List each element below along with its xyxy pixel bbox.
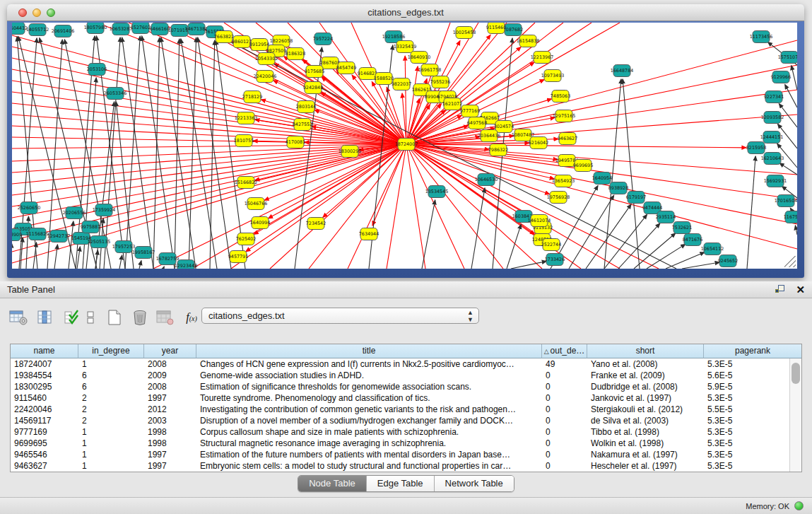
column-visibility-button[interactable] — [35, 307, 55, 328]
delete-table-button[interactable] — [155, 307, 175, 328]
red-edge[interactable] — [406, 144, 503, 269]
black-edge[interactable] — [210, 40, 215, 269]
table-row[interactable]: 1938455462009Genome-wide association stu… — [11, 370, 789, 381]
table-cell[interactable]: 1 — [78, 438, 144, 449]
graph-node-yellow[interactable]: 10025458 — [453, 27, 476, 39]
graph-node-yellow[interactable]: 16154838 — [517, 35, 540, 47]
tab-network-table[interactable]: Network Table — [435, 476, 514, 491]
table-cell[interactable]: 0 — [542, 415, 587, 426]
graph-node-yellow[interactable]: 6497568 — [467, 117, 487, 129]
table-row[interactable]: 1872400712008Changes of HCN gene express… — [11, 358, 789, 370]
delete-column-button[interactable] — [130, 307, 150, 328]
black-edge[interactable] — [142, 36, 175, 269]
red-edge[interactable] — [406, 40, 797, 144]
graph-node-teal[interactable]: 19958167 — [132, 247, 155, 259]
table-cell[interactable]: Changes of HCN gene expression and I(f) … — [196, 358, 542, 370]
graph-node-yellow[interactable]: 9699695 — [573, 160, 593, 172]
graph-node-yellow[interactable]: 16961758 — [418, 64, 442, 76]
table-cell[interactable]: 0 — [542, 449, 587, 460]
black-edge[interactable] — [119, 255, 122, 269]
graph-node-yellow[interactable]: 9457791 — [228, 251, 248, 263]
graph-node-teal[interactable]: 9975887 — [81, 221, 100, 233]
graph-node-yellow[interactable]: 13654923 — [552, 175, 575, 187]
graph-node-yellow[interactable]: 7234542 — [306, 218, 326, 230]
graph-node-teal[interactable]: 7957224 — [313, 33, 333, 45]
graph-node-teal[interactable]: 12942737 — [47, 230, 71, 243]
table-cell[interactable]: 9463627 — [11, 460, 78, 472]
canvas-resize-grip[interactable] — [784, 256, 796, 267]
table-cell[interactable]: Dudbridge et al. (2008) — [587, 381, 704, 392]
graph-node-teal[interactable]: 10646530 — [475, 174, 498, 186]
graph-node-yellow[interactable]: 7634944 — [359, 228, 379, 240]
graph-node-yellow[interactable]: 14612074 — [528, 215, 551, 227]
table-cell[interactable]: Estimation of significance thresholds fo… — [196, 381, 542, 392]
graph-node-yellow[interactable]: 12975165 — [553, 110, 576, 122]
graph-node-teal[interactable]: 2935114 — [656, 211, 676, 223]
table-cell[interactable]: 5.5E-5 — [704, 404, 789, 415]
black-edge[interactable] — [422, 200, 435, 269]
table-cell[interactable]: 0 — [542, 404, 587, 415]
table-cell[interactable]: Wolkin et al. (1998) — [587, 438, 704, 449]
graph-node-teal[interactable]: 20206556 — [63, 207, 86, 219]
table-cell[interactable]: 49 — [542, 358, 587, 370]
graph-node-teal[interactable]: 1167533 — [784, 211, 797, 223]
black-edge[interactable] — [747, 156, 755, 269]
column-header-short[interactable]: short — [587, 344, 704, 358]
table-cell[interactable]: 1997 — [144, 392, 196, 404]
graph-node-teal[interactable]: 12923448 — [175, 260, 198, 269]
graph-node-teal[interactable]: 17016504 — [775, 195, 797, 207]
table-cell[interactable]: 1 — [78, 449, 144, 460]
graph-node-yellow[interactable]: 12213363 — [235, 112, 258, 124]
graph-node-teal[interactable]: 12444151 — [760, 132, 784, 144]
graph-node-yellow[interactable]: 6216042 — [529, 137, 548, 149]
column-header-out_de[interactable]: △out_de… — [542, 344, 587, 358]
graph-node-yellow[interactable]: 19756928 — [547, 192, 570, 204]
table-row[interactable]: 946362711997Embryonic stem cells: a mode… — [11, 460, 789, 472]
table-cell[interactable]: 9115460 — [11, 392, 78, 404]
tab-edge-table[interactable]: Edge Table — [367, 476, 435, 491]
graph-node-teal[interactable]: 25260650 — [18, 202, 41, 214]
column-header-pagerank[interactable]: pagerank — [704, 344, 801, 358]
table-cell[interactable]: 0 — [542, 438, 587, 449]
graph-node-teal[interactable]: 2053106 — [87, 64, 107, 76]
red-edge[interactable] — [406, 144, 659, 269]
graph-node-teal[interactable]: 3913909 — [12, 229, 22, 241]
table-cell[interactable]: 9699695 — [11, 438, 78, 449]
black-edge[interactable] — [792, 66, 797, 90]
table-row[interactable]: 1456911722003Disruption of a novel membe… — [11, 415, 789, 426]
table-scrollbar-thumb[interactable] — [792, 363, 800, 384]
column-header-title[interactable]: title — [196, 344, 542, 358]
table-mode-button[interactable] — [8, 307, 28, 328]
graph-node-yellow[interactable]: 2803144 — [296, 101, 316, 113]
graph-node-teal[interactable]: 9227341 — [764, 91, 784, 103]
table-cell[interactable]: Franke et al. (2009) — [587, 370, 704, 381]
graph-node-yellow[interactable]: 9463627 — [558, 133, 577, 145]
row-selector-button[interactable] — [85, 307, 96, 328]
table-row[interactable]: 911546021997Tourette syndrome. Phenomeno… — [11, 392, 789, 404]
graph-node-yellow[interactable]: 9822037 — [392, 78, 411, 90]
red-edge[interactable] — [254, 144, 406, 234]
graph-node-yellow[interactable]: 1810755 — [234, 135, 254, 147]
red-edge[interactable] — [406, 144, 425, 269]
create-column-button[interactable] — [105, 307, 124, 328]
graph-node-yellow[interactable]: 9242848 — [303, 82, 323, 94]
black-edge[interactable] — [682, 262, 719, 269]
close-panel-icon[interactable]: ✕ — [796, 284, 805, 295]
graph-node-yellow[interactable]: 18724007 — [395, 139, 418, 151]
red-edge[interactable] — [153, 144, 406, 269]
graph-node-yellow[interactable]: 2522744 — [541, 239, 561, 251]
table-cell[interactable]: 2008 — [144, 358, 196, 370]
black-edge[interactable] — [507, 224, 521, 269]
graph-node-yellow[interactable]: 8186328 — [286, 48, 305, 60]
graph-node-yellow[interactable]: 7625402 — [236, 233, 256, 245]
table-row[interactable]: 1830029562008Estimation of significance … — [11, 381, 789, 392]
table-cell[interactable]: 5.3E-5 — [704, 426, 789, 438]
graph-node-teal[interactable]: 8938928 — [608, 182, 628, 194]
table-cell[interactable]: 5.3E-5 — [704, 358, 789, 370]
table-cell[interactable]: 5.3E-5 — [704, 460, 789, 472]
graph-node-yellow[interactable]: 7986322 — [488, 144, 508, 156]
network-window-titlebar[interactable]: citations_edges.txt — [7, 4, 804, 21]
red-edge[interactable] — [406, 144, 535, 223]
graph-node-yellow[interactable]: 8454749 — [336, 62, 356, 74]
graph-node-yellow[interactable]: 15046766 — [245, 198, 268, 210]
